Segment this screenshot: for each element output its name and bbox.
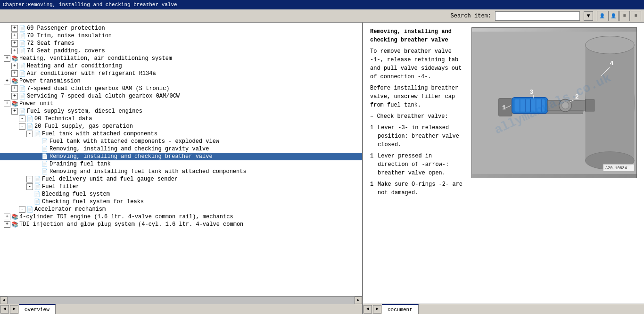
tree-item-label: Removing, installing and checking breath… <box>50 153 213 160</box>
nav-doc-prev-btn[interactable]: ◄ <box>363 305 372 314</box>
search-dropdown[interactable]: ▼ <box>584 11 593 21</box>
expand-button[interactable]: - <box>26 183 33 190</box>
expand-button[interactable]: + <box>11 40 18 47</box>
tree-item[interactable]: +📚TDI injection and glow plug system (4-… <box>0 221 362 228</box>
tree-item[interactable]: +📄Air conditioner with refrigerant R134a <box>0 70 362 77</box>
svg-rect-17 <box>586 99 594 111</box>
hscroll-left[interactable]: ◄ ► <box>0 296 362 304</box>
tree-item[interactable]: +📚Heating, ventilation, air conditioning… <box>0 55 362 62</box>
doc-icon: 📄 <box>41 153 48 160</box>
folder-icon: 📚 <box>11 55 18 62</box>
folder-icon: 📚 <box>11 78 18 84</box>
expand-button[interactable]: + <box>4 55 10 62</box>
menu-icon-btn[interactable]: ≡ <box>631 11 641 21</box>
toolbar: Search item: ▼ 👤 👤 ≡ ≡ <box>0 9 644 23</box>
tab-document[interactable]: Document <box>382 304 419 314</box>
doc-content: Removing, installing and checking breath… <box>363 23 644 304</box>
user2-icon-btn[interactable]: 👤 <box>608 11 619 21</box>
right-panel: Removing, installing and checking breath… <box>363 23 644 304</box>
tree-item[interactable]: 📄Removing, installing and checking gravi… <box>0 145 362 153</box>
tree-item-label: 74 Seat padding, covers <box>27 48 105 54</box>
tree-item[interactable]: +📄Servicing 7-speed dual clutch gearbox … <box>0 92 362 100</box>
tree-item[interactable]: 📄Removing, installing and checking breat… <box>0 153 362 160</box>
hscroll-left-btn[interactable]: ◄ <box>0 297 8 304</box>
expand-button[interactable]: + <box>4 214 10 220</box>
expand-button[interactable]: + <box>4 78 10 84</box>
tree-item-label: 00 Technical data <box>34 116 92 122</box>
tree-item[interactable]: +📄Fuel supply system, diesel engines <box>0 107 362 115</box>
tree-item[interactable]: 📄Fuel tank with attached components - ex… <box>0 138 362 145</box>
tree-item[interactable]: -📄Accelerator mechanism <box>0 206 362 213</box>
doc-icon: 📄 <box>41 168 48 175</box>
tree-item[interactable]: 📄Draining fuel tank <box>0 160 362 168</box>
tree-item-label: 69 Passenger protection <box>27 25 105 32</box>
tree-item[interactable]: +📚4-cylinder TDI engine (1.6 ltr. 4-valv… <box>0 213 362 221</box>
hscroll-track-left[interactable] <box>8 297 355 304</box>
tree-item[interactable]: -📄00 Technical data <box>0 115 362 123</box>
nav-doc-next-btn[interactable]: ► <box>373 305 381 314</box>
expand-button[interactable]: - <box>26 176 33 182</box>
nav-next-btn[interactable]: ► <box>10 305 18 314</box>
tree-item[interactable]: +📄7-speed dual clutch gearbox 0AM (S tro… <box>0 85 362 92</box>
tree-item-label: Fuel supply system, diesel engines <box>27 108 142 115</box>
tree-item[interactable]: 📄Checking fuel system for leaks <box>0 198 362 206</box>
title-bar: Chapter:Removing, installing and checkin… <box>0 0 644 9</box>
tab-overview[interactable]: Overview <box>19 304 56 314</box>
tree-item[interactable]: +📚Power unit <box>0 100 362 107</box>
tree-item-label: Fuel tank with attached components <box>42 131 157 137</box>
folder-icon: 📄 <box>18 108 26 115</box>
tree-item[interactable]: +📄70 Trim, noise insulation <box>0 32 362 40</box>
tree-item[interactable]: -📄20 Fuel supply, gas operation <box>0 123 362 130</box>
folder-icon: 📄 <box>33 176 41 182</box>
search-input[interactable] <box>495 11 580 21</box>
tree-item[interactable]: -📄Fuel tank with attached components <box>0 130 362 138</box>
tree-item[interactable]: +📄74 Seat padding, covers <box>0 47 362 55</box>
expand-button[interactable]: - <box>26 131 33 137</box>
expand-button[interactable]: + <box>11 108 18 115</box>
expand-button[interactable]: + <box>11 48 18 54</box>
expand-button[interactable]: + <box>11 63 18 69</box>
expand-button[interactable]: + <box>11 70 18 77</box>
tree-item[interactable]: -📄Fuel filter <box>0 183 362 190</box>
folder-icon: 📄 <box>18 48 26 54</box>
nav-prev-btn[interactable]: ◄ <box>0 305 9 314</box>
folder-icon: 📄 <box>18 70 26 77</box>
expand-button[interactable]: + <box>11 93 18 99</box>
user-icon-btn[interactable]: 👤 <box>597 11 607 21</box>
tree-item[interactable]: 📄Removing and installing fuel tank with … <box>0 168 362 175</box>
expand-button[interactable]: - <box>19 206 25 213</box>
expand-button[interactable]: - <box>19 116 25 122</box>
tree-item[interactable]: +📄Heating and air conditioning <box>0 62 362 70</box>
list-marker: 1 <box>370 124 376 149</box>
tree-item-label: Removing and installing fuel tank with a… <box>50 168 247 175</box>
folder-icon: 📄 <box>18 33 26 39</box>
expand-button[interactable]: + <box>4 100 10 107</box>
tree-item-label: TDI injection and glow plug system (4-cy… <box>19 221 243 228</box>
folder-icon: 📄 <box>18 63 26 69</box>
expand-button[interactable]: + <box>11 25 18 32</box>
tree-item[interactable]: +📚Power transmission <box>0 77 362 85</box>
tree-item-label: 4-cylinder TDI engine (1.6 ltr. 4-valve … <box>19 214 233 220</box>
tree-item-label: 7-speed dual clutch gearbox 0AM (S troni… <box>27 85 169 92</box>
expand-button[interactable]: - <box>19 123 25 130</box>
tree-item-label: Checking fuel system for leaks <box>42 198 144 205</box>
hscroll-right-btn[interactable]: ► <box>355 297 362 304</box>
tree-item[interactable]: 📄Bleeding fuel system <box>0 190 362 198</box>
tree-item-label: Accelerator mechanism <box>34 206 106 213</box>
tree-item[interactable]: +📄72 Seat frames <box>0 40 362 47</box>
tree-item-label: 20 Fuel supply, gas operation <box>34 123 133 130</box>
list-icon-btn[interactable]: ≡ <box>619 11 630 21</box>
tree-container[interactable]: +📄69 Passenger protection+📄70 Trim, nois… <box>0 23 362 296</box>
search-label: Search item: <box>451 13 491 19</box>
tree-item[interactable]: +📄69 Passenger protection <box>0 25 362 32</box>
expand-button[interactable]: + <box>11 33 18 39</box>
expand-button[interactable]: + <box>4 221 10 228</box>
folder-icon: 📚 <box>11 214 18 220</box>
folder-icon: 📄 <box>33 131 41 137</box>
expand-button[interactable]: + <box>11 85 18 92</box>
tree-item[interactable]: -📄Fuel delivery unit and fuel gauge send… <box>0 175 362 183</box>
toolbar-icons: 👤 👤 ≡ ≡ <box>597 11 641 21</box>
doc-paragraph: 1Lever -3- in released position: breathe… <box>370 124 464 149</box>
tree-item-label: Heating, ventilation, air conditioning s… <box>19 55 172 62</box>
doc-icon: 📄 <box>34 191 41 198</box>
